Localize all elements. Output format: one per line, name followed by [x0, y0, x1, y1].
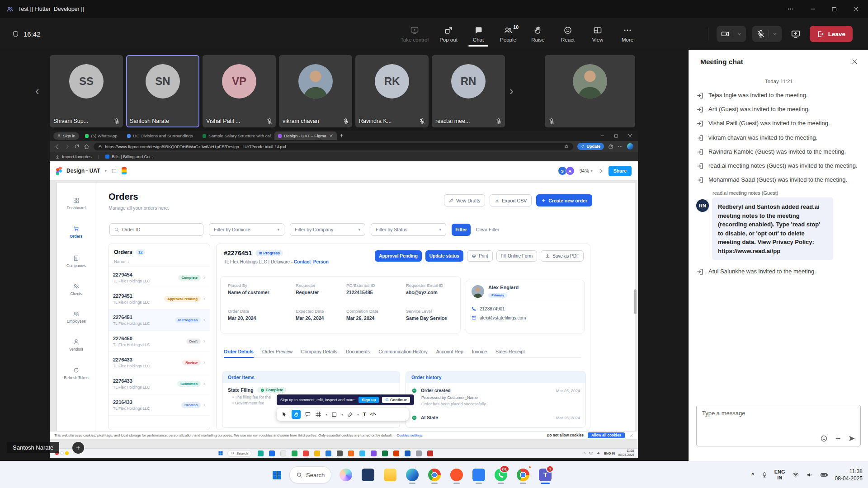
figma-doc-title[interactable]: Design - UAT — [66, 168, 100, 174]
sidebar-item-companies[interactable]: Companies — [57, 255, 95, 268]
allow-cookies-button[interactable]: Allow all cookies — [588, 432, 625, 438]
favorite-item[interactable]: Bills | Billing and Co... — [105, 154, 153, 159]
dev-mode-code-icon[interactable]: </> — [370, 412, 376, 417]
browser-tab[interactable]: (5) WhatsApp — [81, 131, 121, 140]
figma-canvas[interactable]: Dashboard Orders Companies Clients — [50, 181, 638, 448]
taskbar-app-chrome-profile[interactable] — [515, 465, 531, 485]
order-id-input[interactable] — [122, 227, 199, 232]
tab-order-details[interactable]: Order Details — [224, 349, 254, 354]
camera-chevron-down-icon[interactable] — [736, 31, 742, 37]
favorite-item[interactable]: Import favorites — [55, 154, 91, 159]
deny-cookies-button[interactable]: Do not allow cookies — [547, 433, 584, 437]
people-button[interactable]: 10 People — [498, 21, 518, 47]
react-button[interactable]: React — [558, 21, 578, 47]
taskbar-search-box[interactable]: Search — [289, 466, 331, 483]
wifi-icon[interactable] — [589, 451, 593, 455]
order-row[interactable]: 2276450TL Flex Holdings LLC Draft › — [108, 331, 210, 352]
bookmark-star-icon[interactable] — [564, 144, 569, 149]
participant-tile[interactable]: SS Shivani Sup... — [50, 55, 123, 127]
contact-email[interactable]: alex@vstatefilings.com — [472, 315, 579, 320]
tab-documents[interactable]: Documents — [346, 349, 370, 354]
taskbar-clock[interactable]: 11:38 08-04-2025 — [835, 468, 863, 482]
pop-out-button[interactable]: Pop out — [439, 21, 458, 47]
browser-minimize-icon[interactable] — [600, 133, 605, 138]
chat-button[interactable]: Chat — [468, 21, 488, 47]
pen-tool-icon[interactable] — [347, 412, 353, 418]
taskbar-app-copilot[interactable] — [338, 465, 354, 485]
send-icon[interactable] — [848, 435, 856, 442]
tab-order-preview[interactable]: Order Preview — [262, 349, 292, 354]
shared-taskbar-apps[interactable] — [258, 450, 433, 456]
tab-communication-history[interactable]: Communication History — [378, 349, 428, 354]
chevron-down-icon[interactable]: ▾ — [357, 413, 359, 417]
text-tool-icon[interactable]: T — [363, 412, 366, 417]
more-button[interactable]: More — [618, 21, 637, 47]
name-column-header[interactable]: Name ↓ — [108, 259, 210, 267]
browser-more-icon[interactable] — [618, 144, 623, 149]
reload-icon[interactable] — [74, 144, 80, 149]
fill-online-form-button[interactable]: Fill Online Form — [496, 250, 538, 262]
camera-button[interactable] — [717, 26, 746, 42]
view-button[interactable]: View — [588, 21, 608, 47]
url-bar[interactable]: https://www.figma.com/design/9BKQ0FOHRWa… — [94, 143, 573, 150]
browser-tab[interactable]: DC Divisions and Surroundings — [123, 131, 197, 140]
move-cursor-tool-icon[interactable] — [281, 411, 288, 418]
figma-share-button[interactable]: Share — [609, 166, 632, 176]
comment-tool-icon[interactable] — [305, 411, 311, 418]
save-as-pdf-button[interactable]: Save as PDF — [541, 250, 584, 262]
taskbar-app-whatsapp[interactable]: 81 — [493, 465, 509, 485]
collaborator-avatar[interactable]: A — [566, 166, 575, 175]
browser-close-icon[interactable] — [627, 133, 632, 138]
order-row[interactable]: 2276433TL Flex Holdings LLC Submitted › — [108, 373, 210, 394]
export-csv-button[interactable]: Export CSV — [490, 194, 532, 206]
filter-company-dropdown[interactable]: Filter by Company ▾ — [290, 223, 365, 236]
tray-chevron-icon[interactable]: ^ — [584, 451, 585, 455]
extensions-puzzle-icon[interactable] — [608, 144, 613, 149]
chevron-down-icon[interactable]: ▾ — [104, 169, 107, 173]
participant-tile[interactable]: SN Santosh Narate — [126, 55, 199, 127]
order-row[interactable]: 2279454TL Flex Holdings LLC Complete › — [108, 267, 210, 288]
browser-tab[interactable]: Sample Salary Structure with cal... — [199, 131, 272, 140]
home-icon[interactable] — [84, 144, 90, 150]
contact-person-link[interactable]: Contact_Person — [294, 259, 329, 264]
mic-chevron-down-icon[interactable] — [772, 31, 778, 37]
wifi-icon[interactable] — [792, 471, 799, 479]
window-close-icon[interactable] — [853, 6, 859, 12]
sidebar-item-clients[interactable]: Clients — [57, 283, 95, 296]
window-minimize-icon[interactable] — [810, 6, 816, 12]
start-icon[interactable] — [218, 450, 223, 456]
clear-filter-button[interactable]: Clear Filter — [476, 227, 499, 232]
pages-icon[interactable] — [111, 168, 117, 174]
order-row[interactable]: 2276433TL Flex Holdings LLC Review › — [108, 352, 210, 373]
taskbar-app-teams[interactable]: T 1 — [538, 465, 553, 485]
tab-company-details[interactable]: Company Details — [301, 349, 337, 354]
volume-icon[interactable] — [596, 451, 601, 455]
tab-sales-receipt[interactable]: Sales Receipt — [495, 349, 525, 354]
tab-close-icon[interactable] — [329, 134, 333, 138]
browser-maximize-icon[interactable] — [614, 134, 618, 138]
emoji-icon[interactable] — [820, 435, 828, 442]
tray-mic-icon[interactable] — [761, 472, 768, 478]
taskbar-app-edge[interactable] — [405, 465, 420, 485]
language-indicator[interactable]: ENG IN — [774, 469, 785, 481]
tray-chevron-icon[interactable]: ^ — [751, 472, 755, 478]
sidebar-item-dashboard[interactable]: Dashboard — [57, 197, 95, 210]
leave-button[interactable]: Leave — [810, 26, 853, 42]
order-row[interactable]: 2279451TL Flex Holdings LLC Approval Pen… — [108, 288, 210, 310]
chat-input-box[interactable] — [696, 405, 861, 446]
shared-clock[interactable]: 11:38 08-04-2025 — [618, 449, 634, 457]
share-screen-button[interactable] — [788, 29, 803, 39]
zoom-control[interactable]: 94% ▾ — [580, 168, 593, 174]
shape-tool-icon[interactable] — [331, 412, 337, 418]
signup-button[interactable]: Sign up — [359, 397, 379, 403]
update-status-button[interactable]: Update status — [425, 250, 463, 262]
chat-close-icon[interactable] — [851, 58, 858, 65]
new-tab-icon[interactable] — [339, 133, 344, 138]
battery-icon[interactable] — [820, 471, 828, 479]
order-row-selected[interactable]: 2276451TL Flex Holdings LLC In Progress … — [108, 310, 210, 331]
sidebar-item-employees[interactable]: Employees — [57, 310, 95, 324]
zoom-plus-button[interactable] — [72, 442, 84, 454]
taskbar-app-vscode[interactable] — [471, 465, 486, 485]
approval-pending-button[interactable]: Approval Pending — [375, 250, 422, 262]
shared-search-box[interactable]: Search — [227, 450, 251, 457]
